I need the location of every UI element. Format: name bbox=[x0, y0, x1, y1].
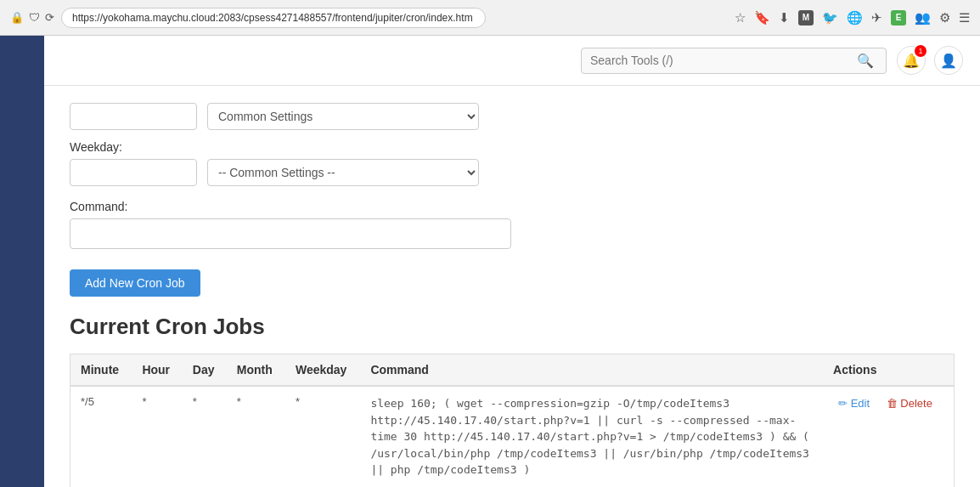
form-area: Common Settings Weekday: -- Common Setti… bbox=[44, 86, 980, 314]
table-row: */5 * * * * sleep 160; ( wget --compress… bbox=[70, 386, 955, 487]
cell-hour: * bbox=[132, 386, 182, 487]
command-form-row: Command: bbox=[70, 200, 955, 249]
cron-jobs-section: Current Cron Jobs Minute Hour Day Month … bbox=[44, 314, 980, 487]
command-label: Command: bbox=[70, 200, 955, 213]
search-container[interactable]: 🔍 bbox=[581, 48, 887, 74]
user-avatar-button[interactable]: 👤 bbox=[934, 46, 963, 75]
users-icon[interactable]: 👥 bbox=[915, 10, 931, 25]
cron-jobs-title: Current Cron Jobs bbox=[70, 314, 955, 340]
green-ext-icon[interactable]: E bbox=[891, 10, 906, 25]
browser-nav-icons: 🔒 🛡 ⟳ bbox=[10, 11, 54, 24]
weekday-common-settings-select[interactable]: -- Common Settings -- Every Minute (*) E… bbox=[207, 159, 479, 186]
gear-icon[interactable]: ⚙ bbox=[939, 10, 950, 25]
telegram-icon[interactable]: ✈ bbox=[871, 10, 882, 25]
menu-icon[interactable]: ☰ bbox=[959, 10, 970, 25]
cell-month: * bbox=[227, 386, 285, 487]
col-actions: Actions bbox=[823, 354, 954, 387]
trash-icon: 🗑 bbox=[887, 397, 898, 410]
weekday-label: Weekday: bbox=[70, 140, 955, 154]
command-input-wrapper bbox=[70, 218, 955, 249]
edit-button[interactable]: ✏ Edit bbox=[833, 395, 875, 411]
delete-label: Delete bbox=[900, 397, 932, 410]
top-bar: 🔍 🔔 1 👤 bbox=[44, 36, 980, 86]
twitter-icon[interactable]: 🐦 bbox=[822, 10, 838, 25]
cron-table-head: Minute Hour Day Month Weekday Command Ac… bbox=[70, 354, 955, 387]
cron-table-body: */5 * * * * sleep 160; ( wget --compress… bbox=[70, 386, 955, 487]
edit-label: Edit bbox=[851, 397, 870, 410]
weekday-form-row: Weekday: -- Common Settings -- Every Min… bbox=[70, 140, 955, 186]
sidebar bbox=[0, 36, 44, 487]
cell-day: * bbox=[183, 386, 227, 487]
url-text: https://yokohama.maychu.cloud:2083/cpses… bbox=[72, 12, 473, 24]
col-minute: Minute bbox=[70, 354, 132, 387]
command-input[interactable] bbox=[70, 218, 511, 249]
browser-right-icons: ☆ 🔖 ⬇ M 🐦 🌐 ✈ E 👥 ⚙ ☰ bbox=[735, 10, 970, 25]
globe-icon[interactable]: 🌐 bbox=[847, 10, 863, 25]
main-content: 🔍 🔔 1 👤 Common Settings bbox=[44, 36, 980, 487]
cell-minute: */5 bbox=[70, 386, 132, 487]
browser-chrome: 🔒 🛡 ⟳ https://yokohama.maychu.cloud:2083… bbox=[0, 0, 980, 36]
partial-minute-input[interactable] bbox=[70, 103, 197, 130]
cron-jobs-table: Minute Hour Day Month Weekday Command Ac… bbox=[70, 354, 955, 487]
address-bar[interactable]: https://yokohama.maychu.cloud:2083/cpses… bbox=[61, 8, 486, 28]
cell-weekday: * bbox=[285, 386, 360, 487]
search-input[interactable] bbox=[590, 54, 853, 67]
shield-icon: 🛡 bbox=[29, 11, 40, 24]
col-day: Day bbox=[183, 354, 227, 387]
download-icon[interactable]: ⬇ bbox=[779, 10, 790, 25]
col-hour: Hour bbox=[132, 354, 182, 387]
search-button[interactable]: 🔍 bbox=[853, 53, 877, 69]
reload-icon[interactable]: ⟳ bbox=[45, 11, 54, 24]
weekday-input[interactable] bbox=[70, 159, 197, 186]
save-ext-icon[interactable]: 🔖 bbox=[754, 10, 770, 25]
cell-command: sleep 160; ( wget --compression=gzip -O/… bbox=[360, 386, 823, 487]
m-ext-icon[interactable]: M bbox=[798, 10, 814, 25]
delete-button[interactable]: 🗑 Delete bbox=[881, 395, 938, 411]
col-weekday: Weekday bbox=[285, 354, 360, 387]
top-bar-icons: 🔔 1 👤 bbox=[897, 46, 963, 75]
partial-common-settings-row: Common Settings bbox=[70, 103, 955, 130]
weekday-inputs: -- Common Settings -- Every Minute (*) E… bbox=[70, 159, 955, 186]
cell-actions: ✏ Edit 🗑 Delete bbox=[823, 386, 954, 487]
notification-bell-button[interactable]: 🔔 1 bbox=[897, 46, 926, 75]
add-cron-job-button[interactable]: Add New Cron Job bbox=[70, 269, 200, 297]
cron-table-header-row: Minute Hour Day Month Weekday Command Ac… bbox=[70, 354, 955, 387]
partial-common-settings-select[interactable]: Common Settings bbox=[207, 103, 479, 130]
notification-badge: 1 bbox=[915, 45, 926, 57]
lock-icon: 🔒 bbox=[10, 11, 24, 24]
col-month: Month bbox=[227, 354, 285, 387]
col-command: Command bbox=[360, 354, 823, 387]
partial-row-inputs: Common Settings bbox=[70, 103, 955, 130]
page-wrapper: 🔍 🔔 1 👤 Common Settings bbox=[0, 36, 980, 487]
bookmark-icon[interactable]: ☆ bbox=[735, 10, 746, 25]
pencil-icon: ✏ bbox=[838, 397, 848, 410]
